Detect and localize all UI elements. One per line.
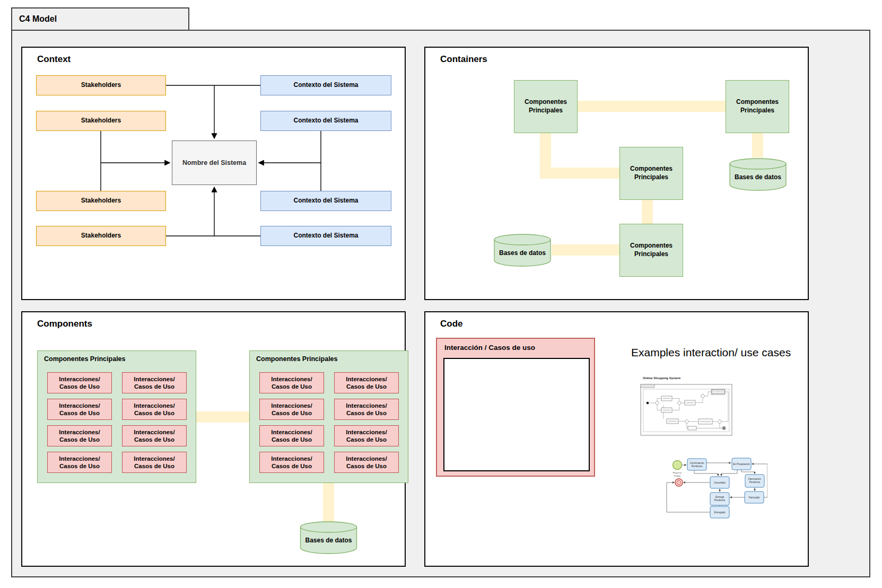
interaction-box: Interacciones/ Casos de Uso [259, 372, 324, 393]
start-node-icon [647, 402, 649, 405]
system-context-box: Contexto del Sistema [260, 226, 391, 246]
database-cylinder: Bases de datos [299, 521, 358, 555]
connector-db-left [552, 244, 619, 256]
interaction-box: Interacciones/ Casos de Uso [122, 452, 187, 473]
interaction-box: Interacciones/ Casos de Uso [47, 425, 112, 446]
components-panel: Components Componentes Principales Inter… [21, 311, 406, 567]
state-label: Pendiente [749, 481, 761, 484]
interaction-box: Interacciones/ Casos de Uso [334, 425, 399, 446]
interaction-box: Interacciones/ Casos de Uso [47, 399, 112, 420]
container-box: Componentes Principales [619, 224, 683, 277]
state-diagram-figure: Registrar Pedido Confirmación [635, 457, 767, 546]
connector-middle-vertical [642, 200, 653, 224]
diagram-tab-title: C4 Model [19, 14, 57, 24]
interaction-use-cases-container: Interacción / Casos de uso [436, 338, 595, 477]
connector-top [578, 101, 726, 112]
container-box: Componentes Principales [514, 80, 578, 133]
interaction-box: Interacciones/ Casos de Uso [259, 399, 324, 420]
system-context-box: Contexto del Sistema [260, 75, 391, 95]
connector-db [323, 483, 334, 523]
component-group: Componentes Principales Interacciones/ C… [37, 350, 196, 483]
component-group: Componentes Principales Interacciones/ C… [249, 350, 408, 483]
interaction-box: Interacciones/ Casos de Uso [47, 372, 112, 393]
component-group-label: Componentes Principales [256, 355, 338, 363]
connector-left-horizontal [540, 168, 619, 179]
start-event-label-line2: Pedido [674, 475, 681, 477]
containers-panel: Containers Componentes Principales Compo… [424, 47, 809, 300]
panel-title-context: Context [37, 54, 71, 65]
database-cylinder: Bases de datos [729, 157, 787, 191]
system-context-box: Contexto del Sistema [260, 111, 391, 131]
diagram-tab: C4 Model [11, 7, 189, 31]
panel-title-containers: Containers [440, 54, 487, 65]
activity-diagram-title: Online Shopping System [643, 376, 680, 380]
stakeholders-box: Stakeholders [36, 226, 166, 246]
connector-db-right [752, 133, 763, 157]
state-label: Cancelado [714, 481, 726, 484]
activity-diagram-figure: Online Shopping System [640, 373, 733, 440]
interaction-box: Interacciones/ Casos de Uso [122, 399, 187, 420]
stakeholders-box: Stakeholders [36, 111, 166, 131]
context-panel: Context Stakeholders Stakeholders Stakeh… [21, 47, 406, 300]
code-panel: Code Interacción / Casos de uso Examples… [424, 311, 809, 567]
container-box: Componentes Principales [619, 147, 683, 200]
examples-heading: Examples interaction/ use cases [631, 346, 791, 359]
interaction-box: Interacciones/ Casos de Uso [47, 452, 112, 473]
system-context-box: Contexto del Sistema [260, 191, 391, 211]
state-label: Entregado [714, 511, 726, 514]
connector-groups [196, 411, 249, 423]
database-label: Bases de datos [299, 537, 358, 544]
state-label: En Preparación [733, 463, 750, 466]
start-event-label-line1: Registrar [673, 471, 683, 474]
state-label: Pendiente [692, 465, 703, 468]
interaction-box: Interacciones/ Casos de Uso [334, 452, 399, 473]
stakeholders-box: Stakeholders [36, 75, 166, 95]
interaction-box: Interacciones/ Casos de Uso [259, 452, 324, 473]
panel-title-components: Components [37, 319, 92, 329]
interaction-box: Interacciones/ Casos de Uso [122, 425, 187, 446]
state-label: Pendiente [714, 499, 726, 502]
use-case-placeholder-area [443, 358, 590, 471]
state-label: Facturado [749, 496, 760, 499]
database-label: Bases de datos [729, 173, 787, 181]
container-box: Componentes Principales [726, 80, 789, 133]
interaction-box: Interacciones/ Casos de Uso [259, 425, 324, 446]
diagram-canvas: C4 Model Context Stakeholders Stake [0, 0, 882, 588]
interaction-box: Interacciones/ Casos de Uso [334, 399, 399, 420]
interaction-box: Interacciones/ Casos de Uso [122, 372, 187, 393]
state-label: Confirmación [689, 462, 704, 464]
database-label: Bases de datos [493, 249, 552, 257]
interaction-box: Interacciones/ Casos de Uso [334, 372, 399, 393]
end-event-icon [675, 479, 683, 486]
state-label: Facturación [748, 478, 761, 480]
activity-diagram-thumbnail: Online Shopping System [640, 373, 733, 437]
start-event-icon [673, 461, 682, 470]
state-label: Entrega [715, 496, 724, 498]
component-group-label: Componentes Principales [44, 355, 126, 363]
interaction-use-cases-label: Interacción / Casos de uso [444, 344, 535, 352]
stakeholders-box: Stakeholders [36, 191, 166, 211]
panel-title-code: Code [440, 319, 463, 329]
state-diagram-thumbnail: Registrar Pedido Confirmación [635, 457, 767, 543]
system-name-box: Nombre del Sistema [172, 141, 257, 185]
database-cylinder: Bases de datos [493, 233, 552, 267]
